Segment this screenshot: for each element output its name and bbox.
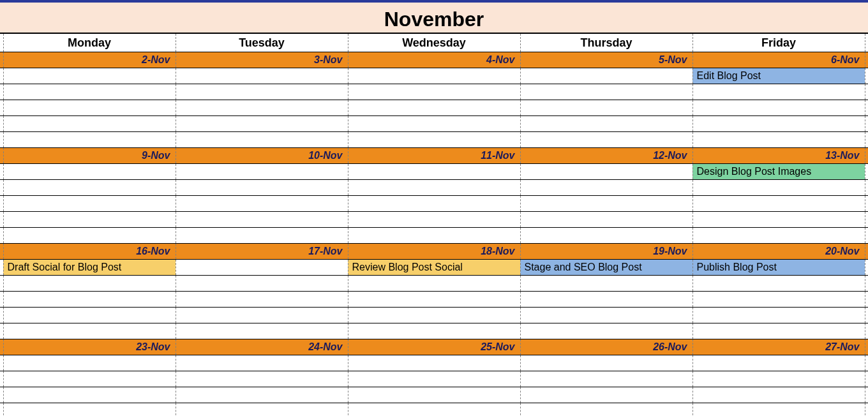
empty-slot[interactable] [176, 164, 348, 180]
date-cell[interactable]: 23-Nov [3, 339, 176, 355]
empty-slot[interactable] [520, 292, 692, 308]
empty-slot[interactable] [176, 180, 348, 196]
empty-slot[interactable] [348, 276, 520, 292]
date-cell[interactable]: 5-Nov [520, 52, 692, 68]
empty-slot[interactable] [3, 371, 176, 387]
event-cell[interactable]: Stage and SEO Blog Post [520, 260, 692, 276]
empty-slot[interactable] [520, 196, 692, 212]
empty-slot[interactable] [176, 212, 348, 228]
empty-slot[interactable] [692, 371, 865, 387]
empty-slot[interactable] [3, 196, 176, 212]
empty-slot[interactable] [348, 228, 520, 244]
empty-slot[interactable] [348, 323, 520, 339]
empty-slot[interactable] [3, 292, 176, 308]
date-cell[interactable]: 25-Nov [348, 339, 520, 355]
empty-slot[interactable] [3, 387, 176, 403]
empty-slot[interactable] [692, 387, 865, 403]
empty-slot[interactable] [176, 100, 348, 116]
empty-slot[interactable] [3, 84, 176, 100]
date-cell[interactable]: 2-Nov [3, 52, 176, 68]
empty-slot[interactable] [176, 371, 348, 387]
empty-slot[interactable] [3, 308, 176, 323]
empty-slot[interactable] [520, 371, 692, 387]
empty-slot[interactable] [176, 387, 348, 403]
empty-slot[interactable] [692, 132, 865, 148]
empty-slot[interactable] [176, 116, 348, 132]
empty-slot[interactable] [3, 180, 176, 196]
empty-slot[interactable] [176, 292, 348, 308]
empty-slot[interactable] [348, 371, 520, 387]
event-cell[interactable]: Review Blog Post Social [348, 260, 520, 276]
empty-slot[interactable] [176, 355, 348, 371]
empty-slot[interactable] [348, 68, 520, 84]
event-cell[interactable]: Publish Blog Post [692, 260, 865, 276]
empty-slot[interactable] [520, 164, 692, 180]
empty-slot[interactable] [520, 308, 692, 323]
date-cell[interactable]: 4-Nov [348, 52, 520, 68]
empty-slot[interactable] [520, 68, 692, 84]
empty-slot[interactable] [3, 403, 176, 417]
empty-slot[interactable] [520, 355, 692, 371]
empty-slot[interactable] [348, 100, 520, 116]
empty-slot[interactable] [3, 116, 176, 132]
date-cell[interactable]: 6-Nov [692, 52, 865, 68]
empty-slot[interactable] [3, 164, 176, 180]
empty-slot[interactable] [348, 387, 520, 403]
empty-slot[interactable] [348, 196, 520, 212]
date-cell[interactable]: 12-Nov [520, 148, 692, 164]
date-cell[interactable]: 11-Nov [348, 148, 520, 164]
empty-slot[interactable] [348, 212, 520, 228]
empty-slot[interactable] [3, 68, 176, 84]
empty-slot[interactable] [520, 323, 692, 339]
event-cell[interactable]: Design Blog Post Images [692, 164, 865, 180]
empty-slot[interactable] [348, 355, 520, 371]
empty-slot[interactable] [176, 323, 348, 339]
empty-slot[interactable] [3, 132, 176, 148]
empty-slot[interactable] [3, 100, 176, 116]
empty-slot[interactable] [176, 84, 348, 100]
date-cell[interactable]: 9-Nov [3, 148, 176, 164]
empty-slot[interactable] [348, 84, 520, 100]
empty-slot[interactable] [692, 212, 865, 228]
empty-slot[interactable] [348, 164, 520, 180]
empty-slot[interactable] [348, 116, 520, 132]
empty-slot[interactable] [520, 228, 692, 244]
empty-slot[interactable] [348, 292, 520, 308]
empty-slot[interactable] [692, 100, 865, 116]
date-cell[interactable]: 10-Nov [176, 148, 348, 164]
date-cell[interactable]: 18-Nov [348, 244, 520, 260]
empty-slot[interactable] [692, 84, 865, 100]
empty-slot[interactable] [3, 276, 176, 292]
empty-slot[interactable] [348, 132, 520, 148]
empty-slot[interactable] [692, 116, 865, 132]
empty-slot[interactable] [176, 308, 348, 323]
empty-slot[interactable] [176, 276, 348, 292]
empty-slot[interactable] [348, 180, 520, 196]
empty-slot[interactable] [176, 68, 348, 84]
date-cell[interactable]: 27-Nov [692, 339, 865, 355]
date-cell[interactable]: 20-Nov [692, 244, 865, 260]
empty-slot[interactable] [520, 212, 692, 228]
date-cell[interactable]: 16-Nov [3, 244, 176, 260]
empty-slot[interactable] [3, 355, 176, 371]
date-cell[interactable]: 17-Nov [176, 244, 348, 260]
empty-slot[interactable] [520, 276, 692, 292]
empty-slot[interactable] [176, 260, 348, 276]
empty-slot[interactable] [692, 355, 865, 371]
empty-slot[interactable] [692, 323, 865, 339]
empty-slot[interactable] [176, 132, 348, 148]
date-cell[interactable]: 13-Nov [692, 148, 865, 164]
empty-slot[interactable] [348, 308, 520, 323]
date-cell[interactable]: 26-Nov [520, 339, 692, 355]
empty-slot[interactable] [692, 196, 865, 212]
event-cell[interactable]: Edit Blog Post [692, 68, 865, 84]
empty-slot[interactable] [692, 228, 865, 244]
empty-slot[interactable] [692, 292, 865, 308]
empty-slot[interactable] [692, 276, 865, 292]
empty-slot[interactable] [520, 180, 692, 196]
date-cell[interactable]: 24-Nov [176, 339, 348, 355]
empty-slot[interactable] [520, 100, 692, 116]
event-cell[interactable]: Draft Social for Blog Post [3, 260, 176, 276]
empty-slot[interactable] [520, 84, 692, 100]
empty-slot[interactable] [176, 228, 348, 244]
